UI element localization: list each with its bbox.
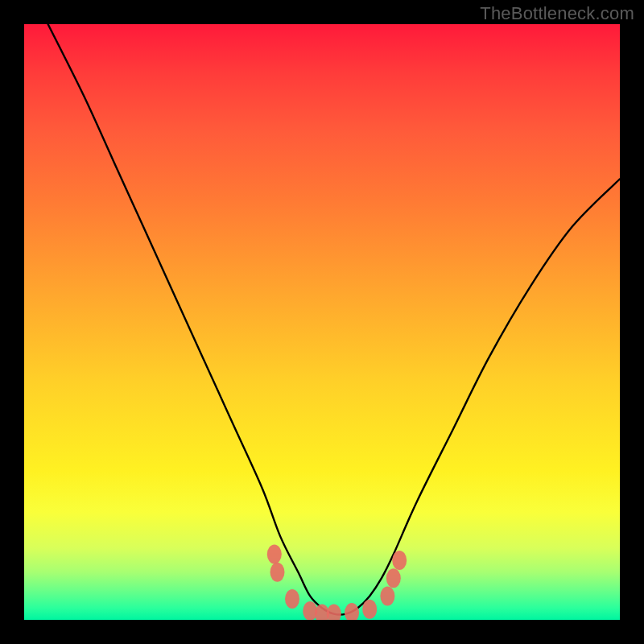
chart-svg — [24, 24, 620, 620]
marker-point — [327, 605, 341, 620]
marker-point — [285, 589, 299, 609]
marker-point — [267, 545, 282, 564]
marker-point — [345, 603, 359, 620]
marker-point — [362, 600, 377, 619]
watermark-text: TheBottleneck.com — [480, 3, 634, 24]
plot-area — [24, 24, 620, 620]
marker-point — [380, 586, 394, 605]
marker-point — [392, 551, 407, 570]
marker-point — [270, 563, 285, 582]
marker-point — [386, 568, 401, 588]
highlight-markers — [267, 545, 407, 620]
bottleneck-curve — [48, 24, 620, 615]
chart-frame: TheBottleneck.com — [0, 0, 644, 644]
